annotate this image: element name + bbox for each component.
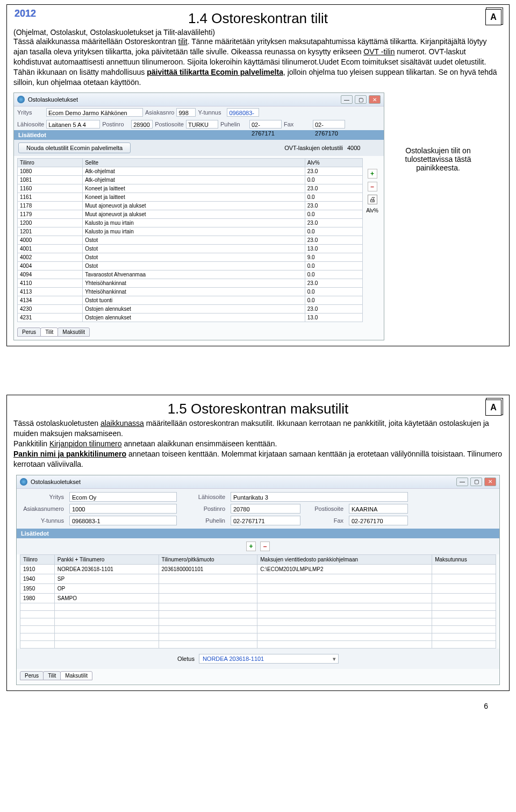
- ovt-label: OVT-laskujen oletustili: [284, 145, 343, 151]
- col-header: Alv%: [305, 159, 362, 167]
- max-button[interactable]: ▢: [355, 95, 367, 104]
- table-row[interactable]: 1201Kalusto ja muu irtain0.0: [18, 227, 363, 236]
- table-row[interactable]: 1160Koneet ja laitteet23.0: [18, 184, 363, 193]
- table-row[interactable]: [20, 610, 496, 618]
- col-header: Tilinro: [18, 159, 83, 167]
- lahiosoite-field[interactable]: Laitanen 5 A 4: [46, 120, 100, 129]
- tab-perus[interactable]: Perus: [17, 327, 41, 337]
- tab-perus-2[interactable]: Perus: [20, 671, 44, 680]
- fax-field[interactable]: 02-2767170: [313, 120, 345, 129]
- remove-row-icon[interactable]: –: [368, 182, 377, 191]
- tab-maksutilit-2[interactable]: Maksutilit: [60, 671, 92, 680]
- postiosoite2-field[interactable]: KAARINA: [349, 504, 408, 514]
- postiosoite-field[interactable]: TURKU: [186, 120, 218, 129]
- ytunnus2-label: Y-tunnus: [21, 517, 64, 524]
- nouda-button[interactable]: Nouda oletustilit Ecomin palvelimelta: [18, 143, 131, 153]
- app-globe-icon: [17, 96, 25, 103]
- tab-tilit[interactable]: Tilit: [40, 327, 58, 337]
- table-row[interactable]: 4230Ostojen alennukset23.0: [18, 305, 363, 314]
- tabs-2: PerusTilitMaksutilit: [17, 669, 499, 685]
- table-row[interactable]: [20, 640, 496, 648]
- section1-paragraph: Tässä alaikkunassa määritellään Ostoresk…: [13, 37, 503, 87]
- lahiosoite2-field[interactable]: Puntarikatu 3: [231, 492, 408, 502]
- table-row[interactable]: 4231Ostojen alennukset13.0: [18, 314, 363, 322]
- ytunnus-field[interactable]: 0968083-: [227, 108, 259, 117]
- table-row[interactable]: 1940SP: [20, 574, 496, 583]
- asiakasnro-label: Asiakasnro: [145, 109, 174, 116]
- postiosoite-label: Postiosoite: [155, 121, 184, 127]
- window-ostolaskuoletukset-2: Ostolaskuoletukset — ▢ ✕ Yritys Ecom Oy …: [16, 475, 500, 685]
- section-2-frame: A 1.5 Ostoreskontran maksutilit Tässä os…: [6, 395, 510, 690]
- close-button[interactable]: ✕: [369, 95, 381, 104]
- a-icon-1: A: [485, 9, 501, 25]
- table-row[interactable]: 4001Ostot13.0: [18, 245, 363, 253]
- print-icon[interactable]: 🖨: [368, 195, 377, 204]
- table-row[interactable]: 1980SAMPO: [20, 593, 496, 603]
- remove-row-icon-2[interactable]: –: [260, 542, 270, 551]
- page-number: 6: [6, 702, 510, 710]
- alv-side-label: Alv%: [366, 208, 378, 213]
- a-icon-2: A: [485, 400, 501, 416]
- table-row[interactable]: [20, 603, 496, 610]
- ytunnus2-field[interactable]: 0968083-1: [69, 516, 177, 525]
- add-row-icon-2[interactable]: +: [246, 542, 256, 551]
- close-button-2[interactable]: ✕: [484, 478, 496, 486]
- puhelin2-field[interactable]: 02-2767171: [231, 516, 300, 525]
- lahiosoite2-label: Lähiosoite: [182, 494, 225, 500]
- table-row[interactable]: 4094Tavaraostot Ahvenanmaa0.0: [18, 270, 363, 279]
- tili-table: TilinroSeliteAlv%1080Atk-ohjelmat23.0108…: [17, 158, 363, 322]
- postinro-label: Postinro: [102, 121, 129, 127]
- table-row[interactable]: 1178Muut ajoneuvot ja alukset23.0: [18, 202, 363, 210]
- fax2-field[interactable]: 02-2767170: [349, 516, 408, 525]
- window-title-2: Ostolaskuoletukset: [31, 479, 81, 485]
- puhelin2-label: Puhelin: [182, 517, 225, 524]
- postinro-field[interactable]: 28900: [131, 120, 153, 129]
- maksutili-table: TilinroPankki + TilinumeroTilinumero/pit…: [20, 554, 496, 649]
- tabs-1: PerusTilitMaksutilit: [14, 325, 384, 340]
- window-title-1: Ostolaskuoletukset: [28, 96, 78, 103]
- section-1-frame: 2012 A 1.4 Ostoreskontran tilit (Ohjelma…: [6, 4, 510, 346]
- asiakasnumero2-field[interactable]: 1000: [69, 504, 177, 514]
- table-row[interactable]: 1910NORDEA 203618-110120361800001101C:\E…: [20, 564, 496, 574]
- postiosoite2-label: Postiosoite: [306, 505, 343, 512]
- table-row[interactable]: 4000Ostot23.0: [18, 236, 363, 245]
- tab-maksutilit[interactable]: Maksutilit: [58, 327, 90, 337]
- table-row[interactable]: 4134Ostot tuonti0.0: [18, 296, 363, 305]
- table-row[interactable]: [20, 618, 496, 625]
- fax-label: Fax: [284, 121, 311, 127]
- col-header: Tilinro: [20, 554, 55, 564]
- ytunnus-label: Y-tunnus: [198, 109, 225, 116]
- lahiosoite-label: Lähiosoite: [17, 121, 44, 127]
- yritys-field[interactable]: Ecom Demo Jarmo Kähkönen: [46, 108, 143, 117]
- asiakasnro-field[interactable]: 998: [176, 108, 196, 117]
- oletus-label: Oletus: [177, 656, 195, 662]
- table-row[interactable]: 1081Atk-ohjelmat0.0: [18, 176, 363, 184]
- table-row[interactable]: [20, 625, 496, 633]
- table-row[interactable]: [20, 633, 496, 640]
- puhelin-field[interactable]: 02-2767171: [249, 120, 282, 129]
- table-row[interactable]: 1950OP: [20, 583, 496, 593]
- col-header: Tilinumero/pitkämuoto: [159, 554, 257, 564]
- min-button[interactable]: —: [341, 95, 353, 104]
- postinro2-label: Postinro: [182, 505, 225, 512]
- max-button-2[interactable]: ▢: [470, 478, 482, 486]
- min-button-2[interactable]: —: [456, 478, 468, 486]
- section1-subtitle: (Ohjelmat, Ostolaskut, Ostolaskuoletukse…: [13, 28, 503, 37]
- section2-paragraph: Tässä ostolaskuoletusten alaikkunassa mä…: [13, 418, 503, 469]
- table-row[interactable]: 4002Ostot9.0: [18, 253, 363, 262]
- ovt-field[interactable]: 4000: [347, 145, 379, 151]
- table-row[interactable]: 1200Kalusto ja muu irtain23.0: [18, 219, 363, 227]
- yritys2-label: Yritys: [21, 494, 64, 500]
- add-row-icon[interactable]: +: [368, 169, 377, 179]
- tab-tilit-2[interactable]: Tilit: [43, 671, 61, 680]
- table-row[interactable]: 4004Ostot0.0: [18, 262, 363, 270]
- table-row[interactable]: 1080Atk-ohjelmat23.0: [18, 167, 363, 176]
- table-row[interactable]: 4110Yhteisöhankinnat23.0: [18, 279, 363, 288]
- table-row[interactable]: 4113Yhteisöhankinnat0.0: [18, 288, 363, 296]
- yritys2-field[interactable]: Ecom Oy: [69, 492, 177, 502]
- table-row[interactable]: 1179Muut ajoneuvot ja alukset0.0: [18, 210, 363, 219]
- postinro2-field[interactable]: 20780: [231, 504, 300, 514]
- lisatiedot-bar-2: Lisätiedot: [17, 529, 499, 538]
- oletus-dropdown[interactable]: NORDEA 203618-1101: [199, 654, 339, 664]
- table-row[interactable]: 1161Koneet ja laitteet0.0: [18, 193, 363, 202]
